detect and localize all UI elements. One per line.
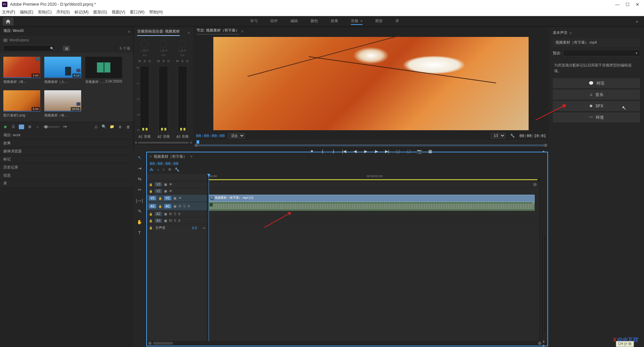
video-clip[interactable]: fx视频素材（有字幕）.mp4 [V] [209,195,535,202]
program-zoom-select[interactable]: 适合 [228,133,245,139]
project-tab[interactable]: 项目: Word3 [3,28,23,35]
menu-sequence[interactable]: 序列(S) [56,9,70,15]
source-patch[interactable]: A1 [149,204,156,208]
music-button[interactable]: ♫音乐 [553,90,640,100]
solo-button[interactable]: S [174,219,176,222]
maximize-button[interactable]: ☐ [626,2,630,7]
mute-button[interactable]: M [169,219,172,222]
find-icon[interactable]: 🔍 [101,125,107,129]
workspace-color[interactable]: 颜色 [311,18,318,25]
track-select-tool[interactable]: ⇥ [136,165,143,171]
play-button[interactable]: ▶ [363,149,369,154]
timeline-tracks-area[interactable]: :00:00 00:00:01:00 fx视频素材（有字幕）.mp4 [V] [207,174,539,341]
essential-sound-tab[interactable]: 基本声音 [553,30,568,35]
panel-menu-icon[interactable]: ≡ [190,154,192,158]
mute-button[interactable]: M [156,59,160,63]
solo-button[interactable]: S [161,59,165,63]
sort-icon[interactable]: ○ [35,125,40,129]
project-grid[interactable]: 3:00≡ 视频素材（有… 8:19 视频素材（人… 音频素材 - …2:24:… [0,53,133,122]
mark-out-button[interactable]: } [330,149,336,154]
add-marker-button[interactable]: ▼ [309,149,315,154]
timeline-ruler[interactable]: :00:00 00:00:01:00 [207,174,539,181]
playhead-icon[interactable] [197,140,199,144]
write-toggle-icon[interactable]: ◉ [3,125,8,129]
eye-icon[interactable]: 👁 [169,189,172,193]
icon-view-icon[interactable]: ▦ [19,125,24,129]
track-header-v3[interactable]: 🔒V3▣👁 [147,181,207,188]
goto-icon[interactable]: ⇥ [202,226,205,230]
slip-tool[interactable]: |↔| [136,197,143,203]
pan-knob[interactable] [141,40,148,47]
workspace-graphics[interactable]: 图形 [375,18,383,25]
voiceover-button[interactable]: O [185,59,190,63]
track-header-a2[interactable]: 🔒A2▣MS⚲ [147,211,207,217]
program-resolution-select[interactable]: 1/2 [491,133,505,139]
mark-in-button[interactable]: { [320,149,326,154]
automate-icon[interactable]: ⎙ [93,125,99,129]
menu-edit[interactable]: 编辑(E) [20,9,33,15]
mixer-scrollbar[interactable] [134,141,193,144]
source-patch[interactable]: V1 [149,196,156,200]
freeform-view-icon[interactable]: ⊞ [27,125,32,129]
project-item[interactable]: 音频素材 - …2:24:25920 [85,57,122,84]
project-item[interactable]: 10:01 视频素材（有… [44,90,81,118]
panel-tab-libraries[interactable]: 库 [0,180,133,188]
panel-tab-history[interactable]: 历史记录 [0,163,133,171]
hand-tool[interactable]: ✋ [136,219,143,225]
extract-button[interactable]: ⬚ [406,149,412,154]
step-forward-button[interactable]: ▶ [373,149,379,154]
project-search-input[interactable] [3,45,55,51]
voiceover-button[interactable]: O [148,59,152,63]
voiceover-icon[interactable]: ⚲ [178,212,180,216]
panel-tab-markers[interactable]: 标记 [0,155,133,163]
track-header-v1[interactable]: V1🔒V1▣👁 [147,195,207,202]
audio-clip[interactable] [209,202,535,211]
add-marker-icon[interactable]: ▿ [163,167,165,172]
program-time-ruler[interactable] [196,141,546,147]
project-item[interactable]: 3:00≡ 视频素材（有… [3,57,40,84]
timeline-horizontal-scroll[interactable]: s s [147,341,547,346]
track-header-v2[interactable]: 🔒V2▣👁 [147,188,207,195]
panel-tab-work[interactable]: 项目: work [0,131,133,139]
master-track[interactable]: 🔒主声道0.0⇥ [147,224,207,232]
sequence-tab[interactable]: 视频素材（有字幕） [154,154,187,159]
panel-menu-icon[interactable]: ≡ [570,31,572,35]
lock-icon[interactable]: 🔒 [149,226,153,230]
workspace-audio[interactable]: 音频 ≡ [351,18,363,25]
solo-button[interactable]: S [183,204,185,208]
menu-clip[interactable]: 剪辑(C) [38,9,52,15]
timeline-playhead[interactable] [209,174,209,341]
step-back-button[interactable]: ◀ [352,149,358,154]
solo-button[interactable]: S [174,212,176,216]
razor-tool[interactable]: ✂ [136,187,143,193]
voiceover-button[interactable]: O [166,59,170,63]
go-to-in-button[interactable]: |◀ [341,149,347,154]
toggle-track-output-icon[interactable]: ▣ [164,189,167,193]
ambience-button[interactable]: 〰环境 [553,112,640,122]
track-target[interactable]: A1 [164,204,171,208]
settings-icon[interactable]: ⚙ [168,167,171,172]
panel-menu-icon[interactable]: ≡ [188,31,190,35]
panel-tab-media-browser[interactable]: 媒体浏览器 [0,147,133,155]
close-tab-icon[interactable]: × [150,154,152,158]
track-target[interactable]: V1 [164,196,171,200]
track-label[interactable]: A2 [155,212,162,216]
eye-icon[interactable]: 👁 [178,196,182,200]
workspace-menu-icon[interactable]: ≡ [360,18,363,23]
track-label[interactable]: V3 [155,182,162,187]
mute-button[interactable]: M [169,212,172,216]
toggle-track-output-icon[interactable]: ▣ [173,196,176,200]
mixer-tab[interactable]: 音频剪辑混合器: 视频素材 [137,29,180,36]
lock-icon[interactable]: 🔒 [149,183,153,186]
sort-menu-icon[interactable]: ≡▾ [62,125,68,129]
menu-file[interactable]: 文件(F) [2,9,15,15]
project-item[interactable]: 8:19 视频素材（人… [44,57,81,84]
track-label[interactable]: V2 [155,189,162,193]
panel-tab-effects[interactable]: 效果 [0,139,133,147]
lock-icon[interactable]: 🔒 [149,212,153,216]
snap-icon[interactable]: ⁂ [150,167,153,172]
track-label[interactable]: A3 [155,218,162,223]
selection-tool[interactable]: ↖ [136,154,143,160]
menu-window[interactable]: 窗口(W) [130,9,144,15]
workspace-editing[interactable]: 编辑 [290,18,298,25]
